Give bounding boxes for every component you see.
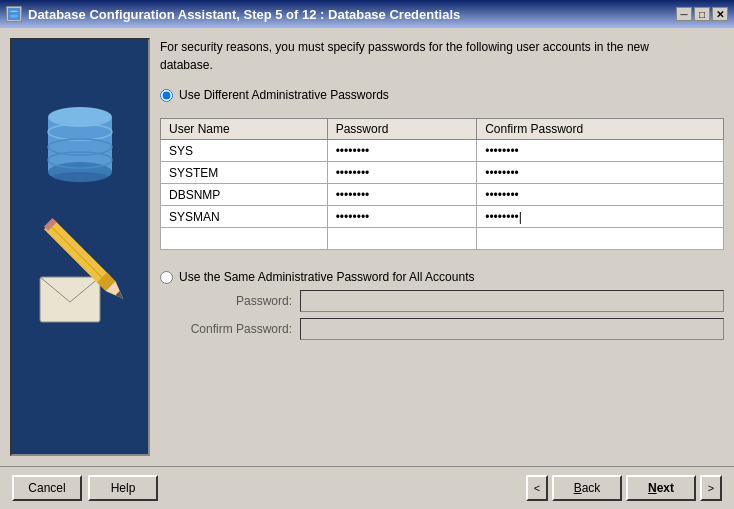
confirm-system[interactable]: ••••••••	[477, 162, 724, 184]
table-row: DBSNMP •••••••• ••••••••	[161, 184, 724, 206]
confirm-sysman[interactable]: ••••••••|	[477, 206, 724, 228]
user-system: SYSTEM	[161, 162, 328, 184]
col-confirm: Confirm Password	[477, 119, 724, 140]
window-title: Database Configuration Assistant, Step 5…	[28, 7, 676, 22]
password-sys[interactable]: ••••••••	[327, 140, 477, 162]
confirm-password-row: Confirm Password:	[180, 318, 724, 340]
bottom-left-buttons: Cancel Help	[12, 475, 158, 501]
confirm-dbsnmp[interactable]: ••••••••	[477, 184, 724, 206]
pencil-icon	[30, 197, 130, 347]
svg-point-10	[52, 172, 108, 182]
radio-different-option[interactable]: Use Different Administrative Passwords	[160, 88, 724, 102]
radio-same-option[interactable]: Use the Same Administrative Password for…	[160, 270, 724, 284]
col-password: Password	[327, 119, 477, 140]
credentials-table: User Name Password Confirm Password SYS …	[160, 118, 724, 250]
password-row: Password:	[180, 290, 724, 312]
back-underline-b: Back	[574, 481, 601, 495]
right-panel: For security reasons, you must specify p…	[160, 38, 724, 456]
confirm-password-label: Confirm Password:	[180, 322, 300, 336]
table-row: SYS •••••••• ••••••••	[161, 140, 724, 162]
password-label: Password:	[180, 294, 300, 308]
content-area: For security reasons, you must specify p…	[0, 28, 734, 466]
password-input[interactable]	[300, 290, 724, 312]
cancel-button[interactable]: Cancel	[12, 475, 82, 501]
svg-line-19	[49, 224, 102, 277]
window-controls: ─ □ ✕	[676, 7, 728, 21]
svg-rect-11	[40, 277, 100, 322]
password-dbsnmp[interactable]: ••••••••	[327, 184, 477, 206]
table-row: SYSMAN •••••••• ••••••••|	[161, 206, 724, 228]
next-button[interactable]: Next	[626, 475, 696, 501]
same-password-section: Use the Same Administrative Password for…	[160, 270, 724, 346]
table-row: SYSTEM •••••••• ••••••••	[161, 162, 724, 184]
close-button[interactable]: ✕	[712, 7, 728, 21]
maximize-button[interactable]: □	[694, 7, 710, 21]
description-text: For security reasons, you must specify p…	[160, 38, 724, 74]
radio-same-label[interactable]: Use the Same Administrative Password for…	[179, 270, 474, 284]
confirm-sys[interactable]: ••••••••	[477, 140, 724, 162]
title-bar: Database Configuration Assistant, Step 5…	[0, 0, 734, 28]
bottom-bar: Cancel Help < Back Next >	[0, 466, 734, 509]
radio-different-label[interactable]: Use Different Administrative Passwords	[179, 88, 389, 102]
window-body: For security reasons, you must specify p…	[0, 28, 734, 509]
user-sys: SYS	[161, 140, 328, 162]
col-username: User Name	[161, 119, 328, 140]
next-underline-n: Next	[648, 481, 674, 495]
user-dbsnmp: DBSNMP	[161, 184, 328, 206]
back-arrow-button[interactable]: <	[526, 475, 548, 501]
radio-same-input[interactable]	[160, 271, 173, 284]
illustration-panel	[10, 38, 150, 456]
bottom-right-buttons: < Back Next >	[526, 475, 722, 501]
confirm-password-input[interactable]	[300, 318, 724, 340]
next-arrow-button[interactable]: >	[700, 475, 722, 501]
database-icon	[40, 97, 120, 187]
user-sysman: SYSMAN	[161, 206, 328, 228]
help-button[interactable]: Help	[88, 475, 158, 501]
app-icon	[6, 6, 22, 22]
radio-different-input[interactable]	[160, 89, 173, 102]
back-button[interactable]: Back	[552, 475, 622, 501]
table-empty-row	[161, 228, 724, 250]
password-system[interactable]: ••••••••	[327, 162, 477, 184]
svg-point-3	[10, 15, 18, 18]
db-illustration	[20, 77, 140, 417]
password-sysman[interactable]: ••••••••	[327, 206, 477, 228]
minimize-button[interactable]: ─	[676, 7, 692, 21]
